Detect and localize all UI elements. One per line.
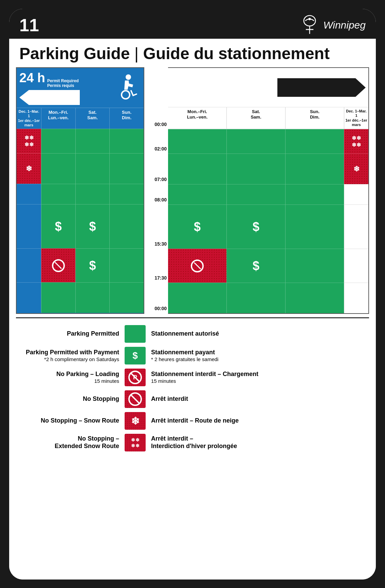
right-row-1: ❄❄❄❄: [168, 129, 368, 154]
left-col-headers: Dec. 1–Mar. 1 1er déc.–1er mars Mon.–Fri…: [17, 108, 144, 129]
legend-row-2: Parking Permitted with Payment *2 h comp…: [19, 347, 366, 364]
legend-label-left-5: No Stopping – Snow Route: [19, 417, 125, 425]
left-cell-monFri-4: $: [41, 204, 75, 248]
right-snow-2: ❄: [344, 154, 368, 184]
right-cell-monFri-6: [168, 283, 226, 313]
legend-label-right-5: Arrêt interdit – Route de neige: [146, 417, 366, 425]
right-row-3: [168, 184, 368, 204]
svg-point-5: [122, 91, 130, 99]
right-snow-6: [344, 283, 368, 313]
legend-icon-6: ❄❄❄❄: [125, 434, 146, 451]
left-cell-sun-5: [109, 248, 144, 282]
right-col-monFri: Mon.–Fri. Lun.–ven.: [168, 107, 226, 129]
left-row-5: $: [17, 248, 144, 282]
right-cell-sun-4: [285, 204, 344, 249]
legend-label-right-2: Stationnement payant * 2 heures gratuite…: [146, 349, 366, 362]
left-cell-sun-6: [109, 282, 144, 313]
left-row-2: ❄: [17, 153, 144, 184]
left-snow-4: [17, 204, 41, 248]
right-col-headers: Mon.–Fri. Lun.–ven. Sat. Sam. Sun. Dim. …: [168, 107, 368, 129]
right-row-2: ❄: [168, 154, 368, 184]
svg-point-1: [309, 18, 311, 20]
right-cell-monFri-1: [168, 129, 226, 154]
right-col-sat: Sat. Sam.: [226, 107, 285, 129]
left-cell-monFri-5: [41, 248, 75, 282]
left-cell-sat-5: $: [75, 248, 110, 282]
no-p-icon: P: [128, 371, 142, 384]
card: 11 Winnipeg Parking Guide | Guide du sta…: [9, 9, 376, 580]
no-stop-circle-left: [52, 259, 65, 272]
left-snow-1: ❄❄❄❄: [17, 129, 41, 153]
legend-label-left-1: Parking Permitted: [19, 330, 125, 338]
right-cell-sat-5: $: [226, 249, 285, 283]
right-cell-sat-4: $: [226, 204, 285, 249]
tax-header-space: [144, 67, 168, 106]
left-cell-sun-2: [109, 153, 144, 184]
right-snow-1: ❄❄❄❄: [344, 129, 368, 154]
right-cell-sun-1: [285, 129, 344, 154]
left-snow-3: [17, 184, 41, 204]
tax-row-5: 15:30: [144, 242, 168, 275]
legend-label-right-1: Stationnement autorisé: [146, 330, 366, 338]
right-cell-sat-1: [226, 129, 285, 154]
right-snow-4: [344, 204, 368, 249]
right-cell-sun-5: [285, 249, 344, 283]
right-cell-monFri-5: [168, 249, 226, 283]
right-row-4: $ $: [168, 204, 368, 249]
right-cell-sun-6: [285, 283, 344, 313]
tax-row-7: 00:00: [144, 306, 168, 313]
legend-label-right-3: Stationnement interdit – Chargement 15 m…: [146, 371, 366, 384]
legend-row-3: No Parking – Loading 15 minutes P Statio…: [19, 369, 366, 386]
right-chart-header: [168, 68, 368, 107]
left-col-monFri: Mon.–Fri. Lun.–ven.: [41, 108, 75, 129]
time-24h: 24 h: [19, 71, 45, 85]
right-data-rows: ❄❄❄❄ ❄: [168, 129, 368, 313]
right-snow-3: [344, 184, 368, 204]
left-data-rows: ❄❄❄❄ ❄: [17, 129, 144, 313]
tax-row-4: 08:00: [144, 197, 168, 242]
right-cell-sat-6: [226, 283, 285, 313]
legend-icon-2: $: [125, 347, 146, 364]
legend-label-right-6: Arrêt interdit – Interdiction d'hiver pr…: [146, 435, 366, 450]
left-cell-monFri-6: [41, 282, 75, 313]
left-row-3: [17, 184, 144, 204]
right-snow-date: Dec. 1–Mar. 1 1er déc.–1er mars: [344, 107, 368, 129]
no-stop-legend-icon: [128, 392, 142, 406]
page-number: 11: [19, 16, 39, 34]
page-title: Parking Guide | Guide du stationnement: [19, 45, 366, 63]
right-cell-sun-3: [285, 184, 344, 204]
legend-label-left-4: No Stopping: [19, 395, 125, 403]
left-snow-date: Dec. 1–Mar. 1 1er déc.–1er mars: [17, 108, 41, 129]
left-cell-sat-3: [75, 184, 110, 204]
tax-row-6: 17:30: [144, 275, 168, 306]
legend-row-4: No Stopping Arrêt interdit: [19, 390, 366, 408]
right-cell-sun-2: [285, 154, 344, 184]
left-col-sat: Sat. Sam.: [75, 108, 110, 129]
left-row-6: [17, 282, 144, 313]
right-row-5: $: [168, 249, 368, 283]
left-cell-sat-4: $: [75, 204, 110, 248]
right-cell-monFri-4: $: [168, 204, 226, 249]
legend: Parking Permitted Stationnement autorisé…: [9, 318, 376, 579]
logo-text: Winnipeg: [323, 19, 366, 31]
right-cell-monFri-3: [168, 184, 226, 204]
tax-row-1: 00:00: [144, 122, 168, 146]
header: 11 Winnipeg: [9, 9, 376, 39]
legend-row-6: No Stopping – Extended Snow Route ❄❄❄❄ A…: [19, 434, 366, 451]
left-snow-2: ❄: [17, 153, 41, 184]
left-chart-header: 24 h Permit Required Permis requis: [17, 68, 144, 108]
tax-colh-space: [144, 106, 168, 122]
legend-icon-5: ❄: [125, 412, 146, 430]
legend-row-5: No Stopping – Snow Route ❄ Arrêt interdi…: [19, 412, 366, 430]
permit-fr: Permis requis: [47, 83, 79, 88]
right-col-sun: Sun. Dim.: [285, 107, 344, 129]
left-cell-sun-4: [109, 204, 144, 248]
tax-row-2: 02:00: [144, 146, 168, 177]
logo: Winnipeg: [299, 15, 366, 35]
left-col-sun: Sun. Dim.: [109, 108, 144, 129]
legend-icon-4: [125, 390, 146, 408]
charts-area: 24 h Permit Required Permis requis: [16, 67, 369, 314]
right-chart: Mon.–Fri. Lun.–ven. Sat. Sam. Sun. Dim. …: [168, 67, 369, 314]
time-axis: 00:00 02:00 07:00 08:00 15:30 17:30 00:0…: [144, 67, 168, 314]
winnipeg-logo-icon: [299, 15, 320, 35]
